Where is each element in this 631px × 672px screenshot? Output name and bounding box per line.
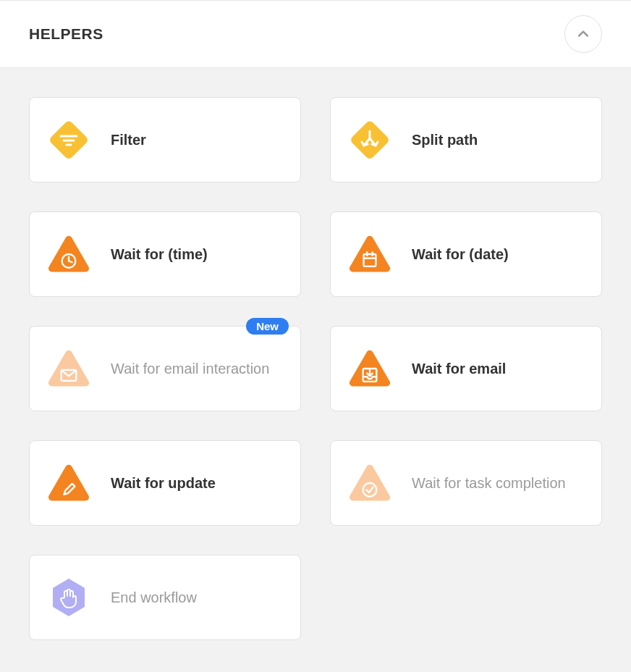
collapse-button[interactable] (564, 15, 602, 53)
pencil-triangle-icon (47, 461, 90, 505)
inbox-triangle-icon (348, 347, 391, 390)
card-wait-for-email-interaction[interactable]: New Wait for email interaction (29, 326, 301, 411)
card-wait-for-update[interactable]: Wait for update (29, 440, 301, 526)
cards-grid: Filter Split path (0, 68, 631, 669)
hand-hexagon-icon (47, 576, 90, 619)
card-label: Wait for update (111, 474, 216, 493)
check-triangle-icon (348, 461, 391, 505)
card-wait-for-date[interactable]: Wait for (date) (330, 211, 602, 297)
svg-marker-13 (53, 579, 85, 616)
card-wait-for-task-completion[interactable]: Wait for task completion (330, 440, 602, 526)
card-label: Split path (412, 130, 478, 150)
card-label: Wait for (date) (412, 245, 509, 264)
envelope-triangle-icon (47, 347, 90, 390)
clock-triangle-icon (47, 232, 90, 276)
card-split-path[interactable]: Split path (330, 97, 602, 182)
card-label: End workflow (111, 588, 197, 608)
card-wait-for-time[interactable]: Wait for (time) (29, 211, 301, 297)
card-label: Wait for email interaction (111, 359, 269, 379)
new-badge: New (246, 318, 289, 335)
card-end-workflow[interactable]: End workflow (29, 555, 301, 640)
card-label: Filter (111, 130, 146, 150)
card-label: Wait for (time) (111, 245, 208, 264)
card-filter[interactable]: Filter (29, 97, 301, 182)
filter-icon (47, 118, 90, 161)
card-wait-for-email[interactable]: Wait for email (330, 326, 602, 411)
card-label: Wait for email (412, 359, 506, 379)
panel-header: HELPERS (0, 0, 631, 68)
split-path-icon (348, 118, 391, 161)
card-label: Wait for task completion (412, 474, 566, 493)
panel-title: HELPERS (29, 25, 103, 43)
chevron-up-icon (576, 27, 590, 41)
calendar-triangle-icon (348, 232, 391, 276)
helpers-panel: HELPERS Filter (0, 0, 631, 669)
